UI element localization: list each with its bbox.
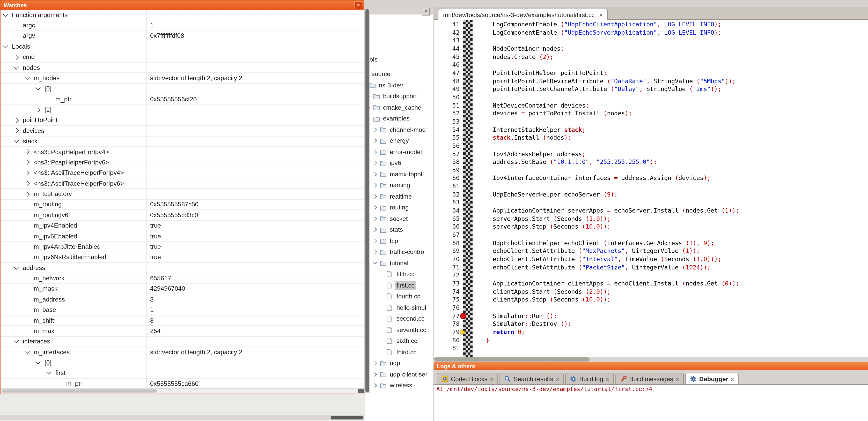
code-line-78[interactable]: 78 Simulator::Destroy (); bbox=[434, 320, 868, 328]
watch-row[interactable]: argv0x7fffffffdf08 bbox=[1, 31, 364, 42]
expand-arrow-icon[interactable] bbox=[373, 183, 377, 188]
tree-item-stats[interactable]: stats bbox=[373, 224, 433, 235]
expand-arrow-icon[interactable] bbox=[373, 150, 377, 154]
tree-item-first-cc[interactable]: first.cc bbox=[380, 280, 433, 291]
expand-arrow-icon[interactable] bbox=[373, 172, 377, 176]
code-line-63[interactable]: 63 bbox=[434, 199, 868, 207]
tree-item-ipv6[interactable]: ipv6 bbox=[373, 158, 433, 169]
code-line-58[interactable]: 58 address.SetBase ("10.1.1.0", "255.255… bbox=[434, 158, 868, 166]
tree-item-cmake-cache[interactable]: cmake_cache bbox=[367, 102, 433, 113]
line-number[interactable]: 62 bbox=[434, 191, 460, 199]
line-number[interactable]: 78 bbox=[434, 320, 460, 328]
expand-arrow-icon[interactable] bbox=[373, 161, 377, 165]
code-line-62[interactable]: 62 UdpEchoServerHelper echoServer (9); bbox=[434, 191, 868, 199]
line-number[interactable]: 77 bbox=[434, 312, 460, 320]
expand-arrow-icon[interactable] bbox=[373, 205, 377, 210]
watch-row[interactable]: [1] bbox=[1, 105, 364, 115]
code-line-46[interactable]: 46 bbox=[434, 61, 868, 69]
watch-row[interactable]: m_ptr0x55555556cf20 bbox=[1, 94, 364, 105]
line-number[interactable]: 73 bbox=[434, 280, 460, 288]
tree-item-routing[interactable]: routing bbox=[373, 202, 433, 213]
watch-row[interactable]: stack bbox=[1, 136, 364, 147]
line-number[interactable]: 68 bbox=[434, 239, 460, 247]
code-line-47[interactable]: 47 PointToPointHelper pointToPoint; bbox=[434, 69, 868, 77]
expand-arrow-icon[interactable] bbox=[373, 361, 377, 365]
tree-item-sixth-cc[interactable]: sixth.cc bbox=[380, 335, 433, 347]
line-number[interactable]: 65 bbox=[434, 215, 460, 223]
tree-item-third-cc[interactable]: third.cc bbox=[380, 347, 433, 358]
tree-item-error-model[interactable]: error-model bbox=[373, 147, 433, 158]
code-line-51[interactable]: 51 NetDeviceContainer devices; bbox=[434, 102, 868, 110]
tree-item-energy[interactable]: energy bbox=[373, 135, 433, 147]
line-number[interactable]: 59 bbox=[434, 166, 460, 174]
code-line-66[interactable]: 66 serverApps.Stop (Seconds (10.0)); bbox=[434, 223, 868, 231]
code-line-49[interactable]: 49 pointToPoint.SetChannelAttribute ("De… bbox=[434, 86, 868, 94]
scrollbar-thumb[interactable] bbox=[365, 9, 369, 392]
line-number[interactable]: 52 bbox=[434, 110, 460, 118]
editor-horizontal-scrollbar[interactable] bbox=[434, 357, 868, 362]
tree-item-naming[interactable]: naming bbox=[373, 180, 433, 191]
collapse-arrow-icon[interactable] bbox=[14, 64, 19, 69]
tree-item-ns-3-dev[interactable]: ns-3-dev bbox=[365, 79, 433, 91]
code-line-73[interactable]: 73 ApplicationContainer clientApps = ech… bbox=[434, 280, 868, 288]
line-number[interactable]: 81 bbox=[434, 345, 460, 353]
code-line-76[interactable]: 76 bbox=[434, 304, 868, 312]
code-line-43[interactable]: 43 bbox=[434, 37, 868, 45]
code-line-57[interactable]: 57 Ipv4AddressHelper address; bbox=[434, 150, 868, 158]
logs-tab-build-messages[interactable]: Build messages× bbox=[615, 373, 684, 384]
watch-row[interactable]: [0] bbox=[1, 358, 364, 368]
code-line-48[interactable]: 48 pointToPoint.SetDeviceAttribute ("Dat… bbox=[434, 77, 868, 85]
code-line-52[interactable]: 52 devices = pointToPoint.Install (nodes… bbox=[434, 110, 868, 118]
watch-row[interactable]: m_mask4294967040 bbox=[1, 284, 364, 295]
watch-row[interactable]: <ns3::AsciiTraceHelperForIpv6> bbox=[1, 179, 364, 189]
watches-close-button[interactable]: × bbox=[354, 2, 362, 9]
collapse-arrow-icon[interactable] bbox=[25, 75, 30, 80]
watch-row[interactable]: cmd bbox=[1, 52, 364, 63]
code-line-42[interactable]: 42 LogComponentEnable ("UdpEchoServerApp… bbox=[434, 29, 868, 37]
code-line-77[interactable]: 77 Simulator::Run (); bbox=[434, 312, 868, 320]
expand-arrow-icon[interactable] bbox=[25, 149, 30, 154]
logs-tab-search-results[interactable]: Search results× bbox=[499, 373, 564, 384]
tree-item-buildsupport[interactable]: buildsupport bbox=[367, 91, 433, 102]
collapse-arrow-icon[interactable] bbox=[373, 260, 377, 264]
close-icon[interactable]: × bbox=[731, 376, 734, 382]
logs-tab-debugger[interactable]: Debugger× bbox=[685, 373, 739, 384]
tree-item-tools[interactable]: tools bbox=[365, 54, 433, 65]
watch-row[interactable]: Locals bbox=[1, 41, 364, 52]
line-number[interactable]: 75 bbox=[434, 296, 460, 304]
expand-arrow-icon[interactable] bbox=[373, 250, 377, 254]
tree-item-socket[interactable]: socket bbox=[373, 213, 433, 224]
watch-row[interactable]: interfaces bbox=[1, 336, 364, 347]
line-number[interactable]: 71 bbox=[434, 263, 460, 271]
line-number[interactable]: 41 bbox=[434, 21, 460, 29]
expand-arrow-icon[interactable] bbox=[373, 139, 377, 143]
code-line-59[interactable]: 59 bbox=[434, 166, 868, 174]
code-line-61[interactable]: 61 bbox=[434, 183, 868, 191]
management-panel-close-button[interactable]: × bbox=[422, 8, 430, 15]
expand-arrow-icon[interactable] bbox=[373, 239, 377, 243]
expand-arrow-icon[interactable] bbox=[25, 191, 30, 197]
tree-item-tcp[interactable]: tcp bbox=[373, 235, 433, 247]
line-number[interactable]: 43 bbox=[434, 37, 460, 45]
code-line-69[interactable]: 69 echoClient.SetAttribute ("MaxPackets"… bbox=[434, 248, 868, 256]
code-line-75[interactable]: 75 clientApps.Stop (Seconds (10.0)); bbox=[434, 296, 868, 304]
collapse-arrow-icon[interactable] bbox=[35, 85, 41, 91]
watch-row[interactable]: m_shift8 bbox=[1, 316, 364, 326]
tree-item-fifth-cc[interactable]: fifth.cc bbox=[380, 269, 433, 280]
collapse-arrow-icon[interactable] bbox=[3, 11, 8, 17]
collapse-arrow-icon[interactable] bbox=[14, 338, 19, 344]
expand-arrow-icon[interactable] bbox=[25, 170, 30, 175]
watch-row[interactable]: m_ipv4ArpJitterEnabledtrue bbox=[1, 242, 364, 252]
line-number[interactable]: 42 bbox=[434, 29, 460, 37]
code-line-41[interactable]: 41 LogComponentEnable ("UdpEchoClientApp… bbox=[434, 21, 868, 29]
watch-row[interactable]: address bbox=[1, 263, 364, 273]
code-line-55[interactable]: 55 stack.Install (nodes); bbox=[434, 134, 868, 142]
code-line-60[interactable]: 60 Ipv4InterfaceContainer interfaces = a… bbox=[434, 174, 868, 183]
line-number[interactable]: 56 bbox=[434, 142, 460, 150]
scrollbar-thumb[interactable] bbox=[434, 357, 590, 361]
expand-arrow-icon[interactable] bbox=[373, 128, 377, 132]
tree-item-channel-mod[interactable]: channel-mod bbox=[373, 124, 433, 135]
line-number[interactable]: 47 bbox=[434, 69, 460, 77]
line-number[interactable]: 57 bbox=[434, 150, 460, 158]
code-line-74[interactable]: 74 clientApps.Start (Seconds (2.0)); bbox=[434, 288, 868, 296]
